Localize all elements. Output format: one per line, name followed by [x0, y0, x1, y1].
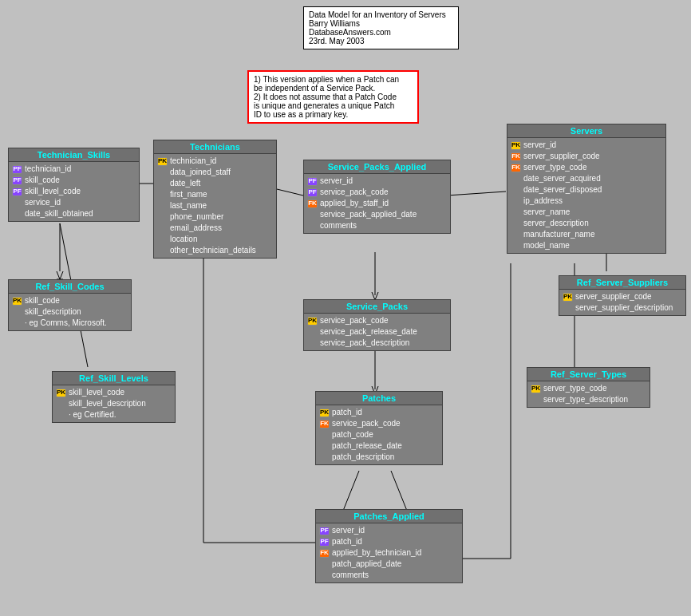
field-row: model_name	[511, 240, 662, 251]
note-box: 1) This version applies when a Patch can…	[247, 70, 419, 124]
field-name: last_name	[170, 200, 207, 211]
entity-patches-title: Patches	[316, 392, 442, 405]
field-row: PK skill_level_code	[56, 387, 172, 398]
entity-ref-server-types: Ref_Server_Types PK server_type_code ser…	[527, 367, 650, 408]
field-name: phone_number	[170, 211, 223, 223]
field-row: PK server_id	[511, 140, 662, 151]
field-name: service_pack_description	[320, 338, 409, 349]
field-name: skill_code	[25, 175, 60, 186]
field-name: patch_id	[332, 536, 362, 547]
field-name: applied_by_technician_id	[332, 547, 421, 559]
field-row: comments	[319, 570, 459, 581]
field-row: ip_address	[511, 195, 662, 207]
field-name: server_supplier_code	[575, 291, 652, 302]
field-name: data_joined_staff	[170, 167, 231, 178]
field-name: patch_id	[332, 407, 362, 418]
field-name: model_name	[523, 240, 570, 251]
pk-icon: PK	[307, 317, 318, 326]
field-row: PF technician_id	[12, 164, 136, 175]
field-name: service_pack_code	[332, 418, 401, 429]
entity-service-packs-applied-title: Service_Packs_Applied	[304, 160, 450, 174]
entity-service-packs-title: Service_Packs	[304, 300, 450, 314]
entity-servers-title: Servers	[507, 124, 665, 138]
field-row: PF server_id	[307, 176, 447, 187]
entity-service-packs-fields: PK service_pack_code service_pack_releas…	[304, 314, 450, 350]
field-row: comments	[307, 220, 447, 231]
pf-icon: PF	[12, 176, 23, 185]
fk-icon: FK	[307, 199, 318, 208]
field-name: skill_description	[25, 306, 81, 318]
pk-icon: PK	[531, 385, 542, 393]
field-row: FK applied_by_staff_id	[307, 198, 447, 209]
field-row: date_server_acquired	[511, 173, 662, 184]
field-name: email_address	[170, 223, 222, 234]
field-row: service_pack_description	[307, 338, 447, 349]
svg-line-6	[57, 271, 60, 279]
field-name: skill_level_code	[69, 387, 124, 398]
entity-ref-skill-codes-title: Ref_Skill_Codes	[9, 280, 131, 294]
field-name: server_type_code	[523, 162, 587, 173]
field-name: server_type_description	[543, 394, 628, 405]
field-name: server_supplier_description	[575, 302, 673, 314]
field-name: server_type_code	[543, 383, 607, 394]
entity-patches-applied: Patches_Applied PF server_id PF patch_id…	[315, 509, 463, 583]
diagram-container: Data Model for an Inventory of Servers B…	[0, 0, 691, 616]
pf-icon: PF	[12, 188, 23, 196]
entity-patches-applied-fields: PF server_id PF patch_id FK applied_by_t…	[316, 523, 462, 582]
field-row: PK server_type_code	[531, 383, 646, 394]
field-name: service_id	[25, 197, 61, 208]
field-row: server_name	[511, 207, 662, 218]
fk-icon: FK	[319, 420, 330, 428]
field-name: service_pack_code	[320, 315, 389, 326]
pk-icon: PK	[157, 157, 168, 166]
field-name: manufacturer_name	[523, 229, 595, 240]
entity-ref-server-suppliers-title: Ref_Server_Suppliers	[559, 276, 685, 290]
field-name: service_pack_release_date	[320, 326, 417, 338]
field-row: data_joined_staff	[157, 167, 273, 178]
field-row: server_type_description	[531, 394, 646, 405]
field-row: patch_release_date	[319, 440, 439, 452]
entity-ref-skill-levels-title: Ref_Skill_Levels	[53, 372, 175, 385]
field-name: skill_level_description	[69, 398, 146, 409]
entity-ref-skill-codes-fields: PK skill_code skill_description · eg Com…	[9, 294, 131, 330]
field-name: service_pack_applied_date	[320, 209, 417, 220]
field-name: date_server_acquired	[523, 173, 601, 184]
info-box: Data Model for an Inventory of Servers B…	[303, 6, 459, 49]
note-line4: is unique and generates a unique Patch	[254, 101, 413, 110]
note-line1: 1) This version applies when a Patch can	[254, 75, 413, 84]
field-name: server_description	[523, 218, 589, 229]
svg-line-21	[343, 471, 359, 511]
field-row: PK server_supplier_code	[563, 291, 682, 302]
pf-icon: PF	[319, 527, 330, 535]
pk-icon: PK	[511, 141, 522, 150]
field-name: first_name	[170, 189, 207, 200]
svg-line-10	[447, 192, 506, 195]
field-row: service_pack_release_date	[307, 326, 447, 338]
note-line2: be independent of a Service Pack.	[254, 84, 413, 93]
field-row: FK applied_by_technician_id	[319, 547, 459, 559]
field-name: comments	[332, 570, 369, 581]
field-row: patch_code	[319, 429, 439, 440]
entity-technicians: Technicians PK technician_id data_joined…	[153, 140, 277, 259]
field-row: PF skill_code	[12, 175, 136, 186]
field-row: last_name	[157, 200, 273, 211]
note-line3: 2) It does not assume that a Patch Code	[254, 93, 413, 101]
field-row: · eg Comms, Microsoft.	[12, 318, 128, 329]
field-name: technician_id	[25, 164, 71, 175]
field-row: phone_number	[157, 211, 273, 223]
field-name: location	[170, 234, 197, 245]
field-name: technician_id	[170, 156, 216, 167]
field-row: FK server_type_code	[511, 162, 662, 173]
field-name: patch_applied_date	[332, 559, 401, 570]
pf-icon: PF	[307, 188, 318, 197]
field-name: patch_release_date	[332, 440, 402, 452]
field-row: date_skill_obtained	[12, 208, 136, 219]
entity-service-packs: Service_Packs PK service_pack_code servi…	[303, 299, 451, 351]
entity-ref-skill-levels-fields: PK skill_level_code skill_level_descript…	[53, 385, 175, 422]
field-name: date_server_disposed	[523, 184, 602, 195]
field-row: PF skill_level_code	[12, 186, 136, 197]
field-row: service_pack_applied_date	[307, 209, 447, 220]
entity-ref-skill-codes: Ref_Skill_Codes PK skill_code skill_desc…	[8, 279, 132, 331]
field-name: patch_description	[332, 452, 394, 463]
field-row: skill_description	[12, 306, 128, 318]
